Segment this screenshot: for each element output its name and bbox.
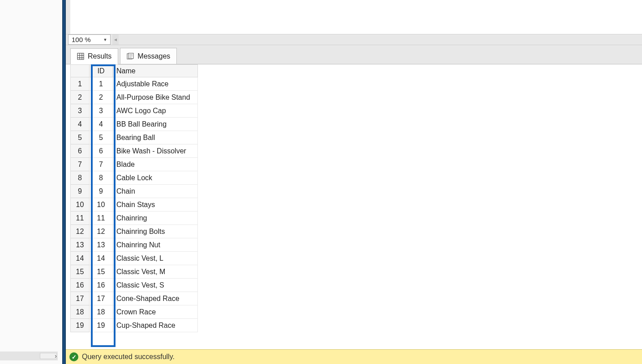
cell-name[interactable]: Classic Vest, M [113, 265, 198, 279]
cell-name[interactable]: Chain Stays [113, 198, 198, 212]
cell-name[interactable]: Chainring [113, 212, 198, 225]
cell-id[interactable]: 17 [90, 292, 113, 305]
cell-id[interactable]: 6 [90, 144, 113, 158]
cell-id[interactable]: 7 [90, 158, 113, 171]
row-number[interactable]: 8 [71, 171, 90, 185]
cell-id[interactable]: 8 [90, 171, 113, 185]
query-editor[interactable] [66, 0, 642, 34]
cell-name[interactable]: Chainring Bolts [113, 225, 198, 238]
cell-name[interactable]: Blade [113, 158, 198, 171]
row-number[interactable]: 9 [71, 185, 90, 198]
cell-name[interactable]: Chain [113, 185, 198, 198]
table-row[interactable]: 1010Chain Stays [71, 198, 198, 212]
cell-id[interactable]: 9 [90, 185, 113, 198]
table-row[interactable]: 1414Classic Vest, L [71, 252, 198, 265]
table-row[interactable]: 55Bearing Ball [71, 131, 198, 144]
cell-name[interactable]: Classic Vest, L [113, 252, 198, 265]
row-number[interactable]: 12 [71, 225, 90, 238]
status-bar: ✓ Query executed successfully. [66, 349, 642, 364]
row-number[interactable]: 1 [71, 77, 90, 91]
row-number[interactable]: 11 [71, 212, 90, 225]
row-number[interactable]: 19 [71, 319, 90, 332]
main-panel: 100 % ▼ ◄ Results Messages ID Name [66, 0, 642, 364]
chevron-down-icon: ▼ [102, 36, 108, 44]
cell-name[interactable]: Cable Lock [113, 171, 198, 185]
tab-results[interactable]: Results [70, 48, 118, 64]
tab-messages-label: Messages [137, 52, 170, 60]
cell-id[interactable]: 2 [90, 91, 113, 104]
cell-id[interactable]: 10 [90, 198, 113, 212]
table-row[interactable]: 1818Crown Race [71, 305, 198, 319]
row-number[interactable]: 13 [71, 238, 90, 252]
sidebar-scrollbar[interactable] [0, 351, 58, 360]
table-row[interactable]: 1515Classic Vest, M [71, 265, 198, 279]
row-number[interactable]: 15 [71, 265, 90, 279]
cell-id[interactable]: 14 [90, 252, 113, 265]
status-message: Query executed successfully. [82, 353, 175, 361]
cell-id[interactable]: 1 [90, 77, 113, 91]
table-row[interactable]: 11Adjustable Race [71, 77, 198, 91]
chevron-right-icon[interactable]: › [55, 352, 57, 360]
row-number[interactable]: 14 [71, 252, 90, 265]
cell-name[interactable]: BB Ball Bearing [113, 118, 198, 131]
column-header-id[interactable]: ID [90, 65, 113, 77]
splitter[interactable] [62, 0, 66, 364]
table-row[interactable]: 33AWC Logo Cap [71, 104, 198, 118]
cell-id[interactable]: 15 [90, 265, 113, 279]
cell-id[interactable]: 12 [90, 225, 113, 238]
table-row[interactable]: 1111Chainring [71, 212, 198, 225]
cell-id[interactable]: 13 [90, 238, 113, 252]
row-number[interactable]: 18 [71, 305, 90, 319]
cell-id[interactable]: 18 [90, 305, 113, 319]
scroll-left-button[interactable]: ◄ [112, 34, 119, 45]
cell-name[interactable]: Classic Vest, S [113, 279, 198, 292]
zoom-bar: 100 % ▼ ◄ [66, 34, 642, 45]
table-row[interactable]: 1919Cup-Shaped Race [71, 319, 198, 332]
table-row[interactable]: 22All-Purpose Bike Stand [71, 91, 198, 104]
tab-results-label: Results [88, 52, 111, 60]
column-header-name[interactable]: Name [113, 65, 198, 77]
row-number[interactable]: 3 [71, 104, 90, 118]
tab-messages[interactable]: Messages [120, 48, 177, 64]
row-number[interactable]: 7 [71, 158, 90, 171]
results-grid[interactable]: ID Name 11Adjustable Race22All-Purpose B… [70, 64, 198, 332]
table-row[interactable]: 1212Chainring Bolts [71, 225, 198, 238]
cell-name[interactable]: Adjustable Race [113, 77, 198, 91]
table-row[interactable]: 66Bike Wash - Dissolver [71, 144, 198, 158]
cell-name[interactable]: Bike Wash - Dissolver [113, 144, 198, 158]
cell-id[interactable]: 19 [90, 319, 113, 332]
scrollbar-thumb[interactable] [40, 353, 57, 359]
zoom-level-label: 100 % [72, 36, 91, 43]
grid-corner[interactable] [71, 65, 90, 77]
cell-name[interactable]: Chainring Nut [113, 238, 198, 252]
success-check-icon: ✓ [69, 352, 78, 361]
row-number[interactable]: 16 [71, 279, 90, 292]
table-row[interactable]: 1313Chainring Nut [71, 238, 198, 252]
row-number[interactable]: 2 [71, 91, 90, 104]
cell-id[interactable]: 16 [90, 279, 113, 292]
table-row[interactable]: 99Chain [71, 185, 198, 198]
cell-id[interactable]: 3 [90, 104, 113, 118]
cell-name[interactable]: Bearing Ball [113, 131, 198, 144]
row-number[interactable]: 6 [71, 144, 90, 158]
table-row[interactable]: 44BB Ball Bearing [71, 118, 198, 131]
cell-id[interactable]: 4 [90, 118, 113, 131]
cell-name[interactable]: AWC Logo Cap [113, 104, 198, 118]
table-row[interactable]: 88Cable Lock [71, 171, 198, 185]
results-tabs: Results Messages [66, 45, 642, 64]
table-row[interactable]: 1616Classic Vest, S [71, 279, 198, 292]
cell-id[interactable]: 5 [90, 131, 113, 144]
cell-name[interactable]: Crown Race [113, 305, 198, 319]
row-number[interactable]: 4 [71, 118, 90, 131]
table-row[interactable]: 77Blade [71, 158, 198, 171]
cell-name[interactable]: Cone-Shaped Race [113, 292, 198, 305]
row-number[interactable]: 17 [71, 292, 90, 305]
svg-rect-0 [77, 53, 84, 59]
table-row[interactable]: 1717Cone-Shaped Race [71, 292, 198, 305]
row-number[interactable]: 5 [71, 131, 90, 144]
cell-id[interactable]: 11 [90, 212, 113, 225]
zoom-dropdown[interactable]: 100 % ▼ [68, 34, 111, 45]
cell-name[interactable]: All-Purpose Bike Stand [113, 91, 198, 104]
cell-name[interactable]: Cup-Shaped Race [113, 319, 198, 332]
row-number[interactable]: 10 [71, 198, 90, 212]
